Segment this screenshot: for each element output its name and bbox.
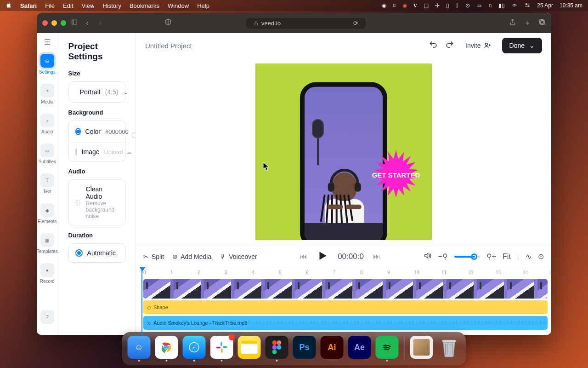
apple-icon[interactable] xyxy=(6,2,12,10)
nav-back-icon[interactable]: ‹ xyxy=(83,19,92,27)
share-icon[interactable] xyxy=(509,18,516,28)
bg-color-option[interactable]: Color #000000 xyxy=(69,121,125,142)
menu-view[interactable]: View xyxy=(82,2,95,9)
svg-rect-4 xyxy=(541,20,545,24)
display-icon[interactable]: ▭ xyxy=(476,2,481,9)
window-zoom-button[interactable] xyxy=(61,20,66,26)
skip-back-button[interactable]: ⏮ xyxy=(300,253,307,261)
menu-history[interactable]: History xyxy=(102,2,121,9)
clean-audio-card[interactable]: Clean Audio Remove background noise xyxy=(68,179,125,225)
user-plus-icon xyxy=(484,42,491,49)
record-icon[interactable]: ◉ xyxy=(382,2,386,9)
menu-window[interactable]: Window xyxy=(168,2,189,9)
menu-edit[interactable]: Edit xyxy=(63,2,73,9)
app-name[interactable]: Safari xyxy=(20,2,37,9)
timeline[interactable]: 01234567891011121314151617 ◇Shape ♫Audio… xyxy=(136,267,551,335)
rail-help[interactable]: ? xyxy=(37,307,58,328)
dock-preview-thumb[interactable] xyxy=(410,336,433,359)
control-center-icon[interactable] xyxy=(524,2,531,10)
bg-image-option[interactable]: Image Upload ☁ xyxy=(69,142,125,161)
reload-icon[interactable]: ⟳ xyxy=(353,20,358,27)
layout-icon[interactable]: ◫ xyxy=(424,2,429,9)
audio-track[interactable]: ♫Audio Smokey's Lounge - TrackTribe.mp3 xyxy=(143,316,548,330)
project-name[interactable]: Untitled Project xyxy=(145,42,192,50)
rail-media[interactable]: ＋Media xyxy=(37,81,58,109)
artboard[interactable]: Listen & Stream Now On xyxy=(255,63,432,240)
nav-forward-icon[interactable]: › xyxy=(96,19,105,27)
canvas[interactable]: Listen & Stream Now On xyxy=(136,58,551,246)
url-host: veed.io xyxy=(261,20,281,27)
invite-button[interactable]: Invite xyxy=(461,39,495,52)
menu-help[interactable]: Help xyxy=(197,2,209,9)
video-track[interactable] xyxy=(143,279,548,299)
waveform-icon[interactable]: ∿ xyxy=(526,252,531,261)
redo-button[interactable] xyxy=(445,40,454,51)
cta-starburst[interactable]: GET STARTED xyxy=(371,150,421,200)
dock-safari[interactable] xyxy=(183,336,206,359)
dock-aftereffects[interactable]: Ae xyxy=(348,336,371,359)
tabs-overview-icon[interactable] xyxy=(538,18,546,28)
chevron-down-icon: ⌄ xyxy=(529,42,535,49)
voiceover-button[interactable]: 🎙Voiceover xyxy=(220,253,257,260)
rail-audio[interactable]: ♪Audio xyxy=(37,111,58,139)
timeline-ruler[interactable]: 01234567891011121314151617 xyxy=(140,267,551,277)
split-button[interactable]: ✂Split xyxy=(143,253,164,260)
rail-elements[interactable]: ◆Elements xyxy=(37,201,58,229)
rail-templates[interactable]: ▦Templates xyxy=(37,230,58,259)
window-close-button[interactable] xyxy=(42,20,48,26)
skip-forward-button[interactable]: ⏭ xyxy=(373,253,380,261)
dock-finder[interactable]: ☺ xyxy=(128,336,151,359)
zoom-out-icon[interactable]: −⚲ xyxy=(438,252,447,261)
dock-spotify[interactable] xyxy=(376,336,399,359)
dock-photoshop[interactable]: Ps xyxy=(293,336,316,359)
new-tab-icon[interactable]: ＋ xyxy=(524,18,531,28)
upload-link[interactable]: Upload ☁ xyxy=(104,149,132,155)
status-icon[interactable]: ◉ xyxy=(402,2,407,9)
zoom-slider[interactable] xyxy=(454,256,480,258)
v-icon[interactable]: V xyxy=(413,2,418,9)
menubar-date[interactable]: 25 Apr xyxy=(537,2,553,9)
address-bar[interactable]: veed.io ⟳ xyxy=(246,18,366,29)
grid-icon[interactable]: ⌗ xyxy=(393,2,396,9)
done-button[interactable]: Done⌄ xyxy=(502,38,542,53)
zoom-in-icon[interactable]: ⚲+ xyxy=(486,252,496,261)
dock-illustrator[interactable]: Ai xyxy=(321,336,344,359)
fit-button[interactable]: Fit xyxy=(503,253,511,261)
ruler-tick: 9 xyxy=(387,270,390,275)
dock-chrome[interactable] xyxy=(155,336,178,359)
ruler-tick: 1 xyxy=(170,270,173,275)
wifi-icon[interactable] xyxy=(511,2,518,10)
bluetooth-icon[interactable]: ᛒ xyxy=(456,2,459,9)
shape-track[interactable]: ◇Shape xyxy=(143,300,548,314)
size-select[interactable]: Portrait (4:5) ⌄ xyxy=(68,81,125,103)
battery-widget-icon[interactable]: ▯ xyxy=(446,2,449,9)
undo-button[interactable] xyxy=(429,40,438,51)
menu-file[interactable]: File xyxy=(45,2,55,9)
settings-cog-icon[interactable]: ⊙ xyxy=(538,252,544,261)
add-media-button[interactable]: ⊕Add Media xyxy=(172,253,211,260)
dock-trash[interactable] xyxy=(438,336,461,359)
playhead[interactable] xyxy=(141,267,142,335)
menu-bookmarks[interactable]: Bookmarks xyxy=(130,2,159,9)
play-status-icon[interactable]: ⊙ xyxy=(465,2,470,9)
menu-icon[interactable]: ☰ xyxy=(44,38,51,46)
cloud-upload-icon: ☁ xyxy=(126,149,132,155)
shield-icon[interactable] xyxy=(164,18,173,28)
duration-automatic[interactable]: Automatic xyxy=(69,244,125,262)
window-minimize-button[interactable] xyxy=(51,20,57,26)
dock-notes[interactable] xyxy=(238,336,261,359)
sync-icon[interactable]: ✢ xyxy=(435,2,440,9)
rail-settings[interactable]: ◎Settings xyxy=(37,51,58,79)
dock-slack[interactable] xyxy=(210,336,233,359)
rail-record[interactable]: ●Record xyxy=(37,260,58,288)
play-button[interactable] xyxy=(317,250,328,264)
rail-subtitles[interactable]: ▭Subtitles xyxy=(37,141,58,169)
rail-text[interactable]: TText xyxy=(37,171,58,199)
dock-figma[interactable] xyxy=(266,336,288,359)
volume-icon[interactable] xyxy=(423,252,431,262)
headphones-icon[interactable]: ♫ xyxy=(488,2,492,9)
sidebar-toggle-icon[interactable] xyxy=(70,19,79,27)
menubar-time[interactable]: 10:35 am xyxy=(560,2,582,9)
text-icon: T xyxy=(40,173,54,187)
battery-icon[interactable]: ▮▯ xyxy=(498,2,505,9)
